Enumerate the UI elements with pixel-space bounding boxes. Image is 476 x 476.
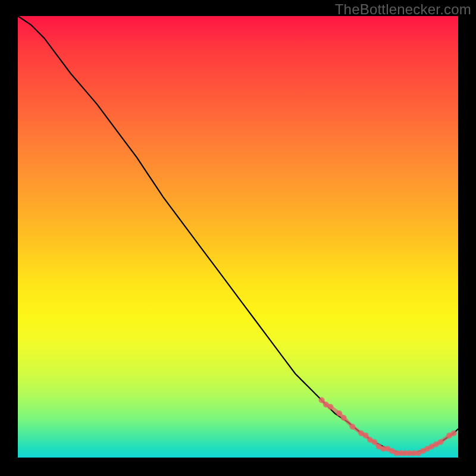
highlight-dot — [363, 433, 369, 439]
highlight-dot — [341, 415, 347, 421]
chart-frame: TheBottlenecker.com — [0, 0, 476, 476]
highlight-dot — [327, 404, 333, 410]
plot-outer — [18, 16, 458, 458]
highlight-dot — [319, 397, 325, 403]
watermark-text: TheBottlenecker.com — [335, 1, 471, 18]
highlight-dot — [336, 411, 342, 416]
chart-svg — [18, 16, 458, 458]
highlight-dot — [349, 424, 355, 430]
highlight-dot — [451, 430, 457, 436]
highlight-dots-group — [319, 397, 457, 456]
highlight-dot — [437, 439, 443, 445]
bottleneck-curve-line — [18, 16, 458, 453]
highlight-dot — [371, 439, 377, 445]
